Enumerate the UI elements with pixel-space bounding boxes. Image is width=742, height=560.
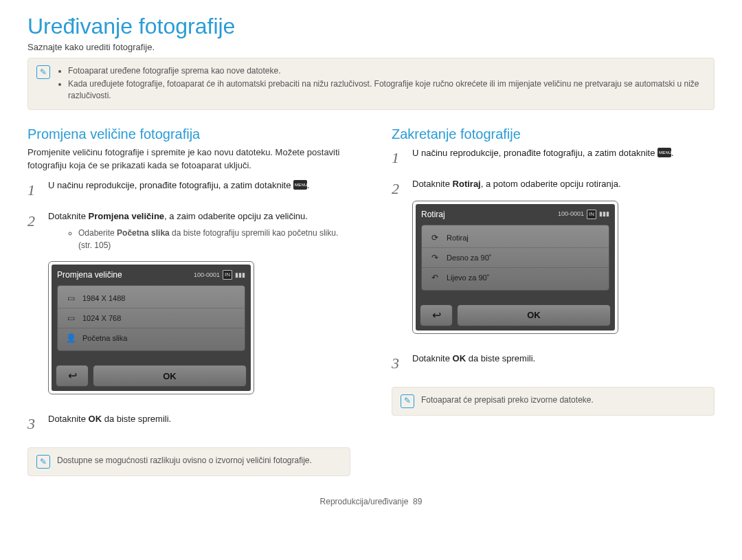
battery-icon: ▮▮▮ <box>235 271 245 280</box>
info-note-left: ✎ Dostupne se mogućnosti razlikuju ovisn… <box>27 447 350 476</box>
step-1-text: U načinu reprodukcije, pronađite fotogra… <box>48 179 350 201</box>
step-3-text: Dotaknite OK da biste spremili. <box>48 412 350 435</box>
thumbnail-icon: ▭ <box>65 312 77 324</box>
size-option[interactable]: ▭ 1024 X 768 <box>58 309 245 328</box>
top-note-item: Kada uređujete fotografije, fotoaparat ć… <box>68 78 706 102</box>
info-note-right: ✎ Fotoaparat će prepisati preko izvorne … <box>392 387 715 416</box>
step-1-text: U načinu reprodukcije, pronađite fotogra… <box>412 146 715 169</box>
section-heading-rotate: Zakretanje fotografije <box>392 126 715 142</box>
step-3-text: Dotaknite OK da biste spremili. <box>412 352 715 374</box>
back-button[interactable]: ↩ <box>420 304 453 326</box>
page-title: Uređivanje fotografije <box>27 14 715 39</box>
info-icon: ✎ <box>36 455 50 469</box>
size-option[interactable]: ▭ 1984 X 1488 <box>58 289 245 309</box>
size-option[interactable]: 👤 Početna slika <box>58 328 245 348</box>
step-number: 2 <box>27 210 40 405</box>
step-number: 1 <box>392 146 404 169</box>
step-number: 3 <box>27 412 40 435</box>
ok-icon: OK <box>89 414 102 424</box>
battery-icon: ▮▮▮ <box>599 210 609 219</box>
device-frame: Rotiraj 100-0001 IN ▮▮▮ ⟳ <box>412 201 618 334</box>
rotate-option[interactable]: ↷ Desno za 90˚ <box>422 248 609 268</box>
thumbnail-icon: ▭ <box>65 292 77 304</box>
intro-text: Saznajte kako urediti fotografije. <box>27 42 715 52</box>
status-bar: 100-0001 IN ▮▮▮ <box>194 270 245 280</box>
menu-icon <box>293 180 307 190</box>
step-2-text: Dotaknite Rotiraj, a potom odaberite opc… <box>412 177 715 344</box>
rotate-option[interactable]: ⟳ Rotiraj <box>422 228 609 248</box>
screen-title: Promjena veličine <box>57 269 122 281</box>
page-footer: Reprodukcija/uređivanje 89 <box>27 497 715 506</box>
step-number: 2 <box>392 177 404 344</box>
section-heading-resize: Promjena veličine fotografija <box>27 126 350 142</box>
info-icon: ✎ <box>36 65 50 79</box>
ok-button[interactable]: OK <box>457 304 611 326</box>
screen-title: Rotiraj <box>421 208 445 221</box>
ok-icon: OK <box>453 353 466 363</box>
status-bar: 100-0001 IN ▮▮▮ <box>558 210 609 219</box>
step-number: 1 <box>27 179 40 201</box>
step-2-subitem: Odaberite Početna slika da biste fotogra… <box>78 227 350 251</box>
options-list: ⟳ Rotiraj ↷ Desno za 90˚ ↶ <box>421 225 609 291</box>
person-icon: 👤 <box>65 332 77 344</box>
rotate-option[interactable]: ↶ Lijevo za 90˚ <box>422 268 609 287</box>
rotate-right-icon: ↷ <box>429 251 441 264</box>
info-note-top: ✎ Fotoaparat uređene fotografije sprema … <box>27 58 715 110</box>
step-2-text: Dotaknite Promjena veličine, a zaim odab… <box>48 210 350 405</box>
rotate-icon: ⟳ <box>429 232 441 244</box>
top-note-item: Fotoaparat uređene fotografije sprema ka… <box>68 65 706 77</box>
info-icon: ✎ <box>401 394 414 408</box>
back-button[interactable]: ↩ <box>56 365 89 387</box>
resize-intro: Promjenite veličinu fotografije i spremi… <box>27 146 350 171</box>
ok-button[interactable]: OK <box>93 365 247 387</box>
device-frame: Promjena veličine 100-0001 IN ▮▮▮ <box>48 261 254 394</box>
menu-icon <box>657 148 671 157</box>
step-number: 3 <box>392 352 404 374</box>
options-list: ▭ 1984 X 1488 ▭ 1024 X 768 👤 <box>57 285 245 351</box>
rotate-left-icon: ↶ <box>429 271 441 284</box>
